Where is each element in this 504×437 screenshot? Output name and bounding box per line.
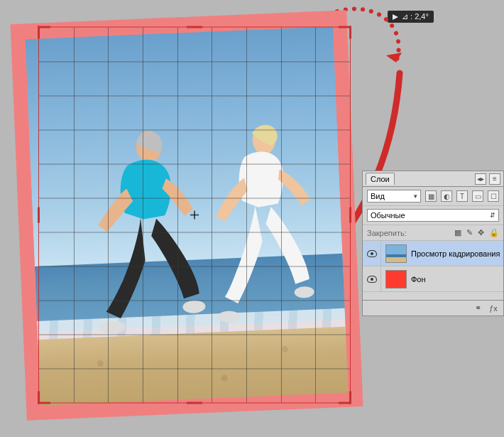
lock-pixels-icon[interactable]: ✎ — [466, 228, 473, 237]
layer-thumbnail[interactable] — [385, 244, 407, 263]
crop-handle-br[interactable] — [339, 392, 351, 404]
layer-row[interactable]: Фон — [363, 266, 503, 292]
layer-visibility-toggle[interactable] — [363, 241, 381, 266]
crop-handle-tl[interactable] — [38, 26, 50, 39]
angle-icon — [393, 14, 398, 20]
crop-center-icon[interactable] — [190, 211, 199, 220]
layer-name: Фон — [411, 275, 426, 284]
layer-type-value: Вид — [371, 192, 385, 200]
crop-handle-left[interactable] — [38, 207, 40, 223]
panel-collapse-icon[interactable]: ◂▸ — [475, 173, 486, 185]
filter-shape-icon[interactable]: ▭ — [472, 190, 483, 202]
crop-frame[interactable] — [38, 27, 351, 404]
crop-handle-tr[interactable] — [339, 26, 351, 39]
chevron-down-icon: ▾ — [414, 193, 417, 200]
crop-handle-bottom[interactable] — [187, 402, 202, 404]
lock-all-icon[interactable]: 🔒 — [489, 228, 499, 237]
panel-footer: ⚭ ƒx — [363, 300, 503, 315]
layer-type-dropdown[interactable]: Вид ▾ — [367, 190, 421, 203]
chevron-updown-icon: ⇵ — [490, 212, 495, 219]
eye-icon — [367, 250, 377, 257]
panel-tab-bar: Слои ◂▸ ≡ — [363, 171, 503, 187]
tab-layers[interactable]: Слои — [366, 173, 395, 185]
lock-label: Закрепить: — [367, 229, 407, 237]
layers-panel: Слои ◂▸ ≡ Вид ▾ ▦ ◐ T ▭ ☐ Обычные ⇵ Закр… — [362, 171, 504, 316]
blend-mode-row: Обычные ⇵ — [363, 206, 503, 225]
filter-smart-icon[interactable]: ☐ — [488, 190, 499, 202]
crop-handle-right[interactable] — [349, 207, 351, 223]
layer-filter-row: Вид ▾ ▦ ◐ T ▭ ☐ — [363, 187, 503, 206]
blend-mode-value: Обычные — [371, 211, 405, 220]
layer-row[interactable]: Просмотр кадрирования — [363, 241, 503, 266]
rotation-angle-value: ⊿ : 2,4° — [402, 12, 429, 21]
layer-fx-icon[interactable]: ƒx — [488, 303, 499, 314]
crop-handle-top[interactable] — [187, 26, 202, 28]
link-layers-icon[interactable]: ⚭ — [472, 303, 483, 314]
crop-handle-bl[interactable] — [38, 392, 50, 404]
rotation-angle-tooltip: ⊿ : 2,4° — [388, 11, 434, 23]
layer-visibility-toggle[interactable] — [363, 266, 381, 291]
filter-image-icon[interactable]: ▦ — [425, 190, 437, 202]
blend-mode-dropdown[interactable]: Обычные ⇵ — [367, 209, 499, 222]
eye-icon — [367, 276, 377, 283]
layer-name: Просмотр кадрирования — [411, 249, 500, 258]
lock-position-icon[interactable]: ✥ — [478, 228, 484, 237]
panel-menu-icon[interactable]: ≡ — [489, 173, 500, 185]
layer-thumbnail[interactable] — [385, 270, 407, 288]
filter-adjust-icon[interactable]: ◐ — [441, 190, 452, 202]
filter-type-icon[interactable]: T — [456, 190, 468, 202]
lock-transparency-icon[interactable]: ▩ — [454, 228, 461, 237]
layers-list: Просмотр кадрированияФон — [363, 241, 503, 300]
tab-layers-label: Слои — [371, 175, 390, 183]
document-canvas[interactable] — [11, 10, 363, 420]
lock-row: Закрепить: ▩ ✎ ✥ 🔒 — [363, 225, 503, 241]
